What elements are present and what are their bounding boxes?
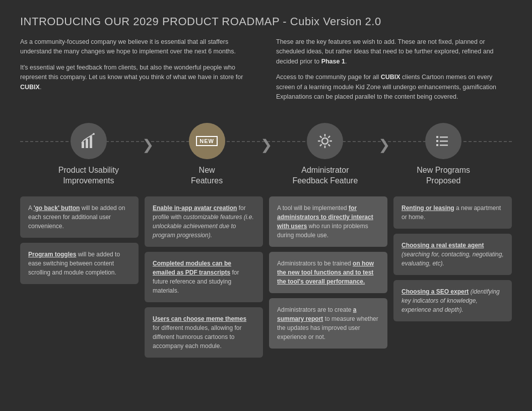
svg-point-3 xyxy=(93,133,95,135)
svg-rect-1 xyxy=(86,139,88,148)
svg-rect-14 xyxy=(440,136,448,138)
program-toggles-text: Program toggles xyxy=(28,251,76,258)
timeline-section: Product UsabilityImprovements ❯ NEW NewF… xyxy=(20,123,512,186)
timeline-track: Product UsabilityImprovements ❯ NEW NewF… xyxy=(20,123,512,186)
svg-line-9 xyxy=(320,136,322,138)
svg-line-10 xyxy=(328,145,330,147)
new-badge: NEW xyxy=(189,123,225,159)
card-3-2: Administrators to be trained on how the … xyxy=(269,252,387,293)
timeline-label-new-features: NewFeatures xyxy=(191,165,223,186)
svg-line-11 xyxy=(328,136,330,138)
new-badge-text: NEW xyxy=(196,136,218,146)
timeline-circle-new-programs xyxy=(425,123,461,159)
timeline-label-admin-feedback: AdministratorFeedback Feature xyxy=(292,165,358,186)
card-4-2: Choosing a real estate agent (searching … xyxy=(393,234,512,275)
card-4-3: Choosing a SEO expert (identifying key i… xyxy=(393,280,512,321)
card-3-1: A tool will be implemented for administr… xyxy=(269,196,387,247)
svg-rect-13 xyxy=(436,136,438,138)
timeline-circle-admin-feedback xyxy=(307,123,343,159)
seo-expert-text: Choosing a SEO expert xyxy=(402,288,469,295)
cards-section: A 'go back' button will be added on each… xyxy=(20,196,512,358)
card-4-1: Renting or leasing a new apartment or ho… xyxy=(393,196,512,229)
timeline-item-admin-feedback: AdministratorFeedback Feature xyxy=(267,123,384,186)
intro-left-p1: As a community-focused company we believ… xyxy=(20,37,256,57)
intro-right: These are the key features we wish to ad… xyxy=(276,37,512,108)
svg-rect-16 xyxy=(440,141,448,142)
real-estate-agent-text: Choosing a real estate agent xyxy=(402,242,484,249)
card-3-3: Administrators are to create a summary r… xyxy=(269,298,387,349)
svg-rect-17 xyxy=(436,144,438,146)
card-2-3: Users can choose meme themes for differe… xyxy=(145,307,263,358)
summary-report-text: a summary report xyxy=(277,306,356,322)
list-icon xyxy=(434,132,452,150)
meme-themes-text: Users can choose meme themes xyxy=(153,315,246,322)
go-back-button-text: 'go back' button xyxy=(34,204,80,212)
pdf-transcripts-text: Completed modules can be emailed as PDF … xyxy=(153,260,231,276)
timeline-circle-usability xyxy=(71,123,107,159)
intro-left: As a community-focused company we believ… xyxy=(20,37,256,108)
intro-left-p2: It's essential we get feedback from clie… xyxy=(20,63,256,92)
svg-rect-18 xyxy=(440,145,448,146)
page-title: INTRODUCING OUR 2029 PRODUCT ROADMAP - C… xyxy=(20,15,512,28)
timeline-label-usability: Product UsabilityImprovements xyxy=(58,165,119,186)
card-1-2: Program toggles will be added to ease sw… xyxy=(20,243,139,284)
chart-icon xyxy=(80,132,98,150)
interact-users-text: for administrators to directly interact … xyxy=(277,204,373,230)
timeline-item-new-programs: New ProgramsProposed xyxy=(385,123,502,186)
cards-column-2: Enable in-app avatar creation for profil… xyxy=(145,196,263,358)
card-2-1: Enable in-app avatar creation for profil… xyxy=(145,196,263,247)
timeline-circle-new-features: NEW xyxy=(189,123,225,159)
card-1-1: A 'go back' button will be added on each… xyxy=(20,196,139,238)
tool-functions-text: on how the new tool functions and to tes… xyxy=(277,260,374,285)
renting-leasing-text: Renting or leasing xyxy=(402,204,454,212)
svg-line-12 xyxy=(320,145,322,147)
intro-right-p2: Access to the community page for all CUB… xyxy=(276,73,512,102)
cards-column-1: A 'go back' button will be added on each… xyxy=(20,196,139,284)
avatar-creation-text: Enable in-app avatar creation xyxy=(153,204,237,212)
timeline-item-new-features: NEW NewFeatures xyxy=(149,123,265,186)
timeline-item-usability: Product UsabilityImprovements xyxy=(30,123,147,186)
card-2-2: Completed modules can be emailed as PDF … xyxy=(145,252,263,302)
svg-rect-15 xyxy=(436,140,438,142)
cards-column-4: Renting or leasing a new apartment or ho… xyxy=(393,196,512,321)
header-section: INTRODUCING OUR 2029 PRODUCT ROADMAP - C… xyxy=(20,15,512,108)
cards-column-3: A tool will be implemented for administr… xyxy=(269,196,387,349)
timeline-label-new-programs: New ProgramsProposed xyxy=(417,165,470,186)
svg-point-4 xyxy=(322,138,328,144)
svg-rect-2 xyxy=(90,136,92,148)
gear-icon xyxy=(316,132,334,150)
intro-right-p1: These are the key features we wish to ad… xyxy=(276,37,512,66)
intro-columns: As a community-focused company we believ… xyxy=(20,37,512,108)
